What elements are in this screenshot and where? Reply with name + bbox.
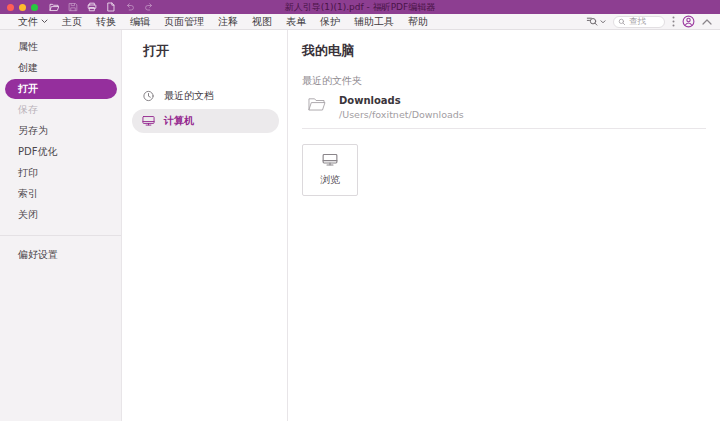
more-options-icon[interactable]	[672, 16, 675, 27]
recent-folder-downloads[interactable]: Downloads /Users/foxitnet/Downloads	[302, 94, 706, 129]
folder-name: Downloads	[339, 95, 464, 106]
folder-texts: Downloads /Users/foxitnet/Downloads	[339, 95, 464, 120]
find-replace-button[interactable]	[586, 16, 606, 28]
menu-home[interactable]: 主页	[62, 15, 82, 29]
my-computer-title: 我的电脑	[302, 42, 706, 60]
account-avatar-icon[interactable]	[682, 15, 695, 28]
menu-form[interactable]: 表单	[286, 15, 306, 29]
undo-icon[interactable]	[125, 2, 135, 12]
close-window-button[interactable]	[7, 4, 14, 11]
browse-button[interactable]: 浏览	[302, 144, 358, 196]
clock-icon	[142, 90, 155, 102]
menu-convert[interactable]: 转换	[96, 15, 116, 29]
find-replace-icon	[586, 16, 598, 28]
open-panel: 打开 最近的文档 计算机	[122, 30, 288, 421]
sidebar-item-properties[interactable]: 属性	[0, 36, 121, 57]
sidebar-item-pdf-optimize[interactable]: PDF优化	[0, 141, 121, 162]
sidebar-item-close[interactable]: 关闭	[0, 204, 121, 225]
computer-icon	[142, 115, 155, 127]
menu-edit[interactable]: 编辑	[130, 15, 150, 29]
menu-accessibility-tools[interactable]: 辅助工具	[354, 15, 394, 29]
menu-view[interactable]: 视图	[252, 15, 272, 29]
new-document-icon[interactable]	[106, 2, 116, 12]
redo-icon[interactable]	[144, 2, 154, 12]
menu-file-label: 文件	[18, 15, 38, 29]
traffic-lights	[7, 4, 38, 11]
sidebar-divider	[0, 235, 121, 236]
chevron-down-icon	[600, 20, 606, 24]
menu-bar: 文件 主页 转换 编辑 页面管理 注释 视图 表单 保护 辅助工具 帮助 查找	[0, 14, 720, 30]
recent-folders-label: 最近的文件夹	[302, 74, 706, 88]
folder-path: /Users/foxitnet/Downloads	[339, 109, 464, 120]
menu-page-organize[interactable]: 页面管理	[164, 15, 204, 29]
open-icon[interactable]	[49, 2, 59, 12]
minimize-window-button[interactable]	[19, 4, 26, 11]
chevron-down-icon	[41, 19, 48, 24]
browse-label: 浏览	[320, 173, 340, 187]
quick-access-toolbar	[49, 2, 154, 12]
title-bar: 新人引导(1)(1).pdf - 福昕PDF编辑器	[0, 0, 720, 14]
sidebar-item-index[interactable]: 索引	[0, 183, 121, 204]
menubar-right: 查找	[586, 15, 712, 28]
search-placeholder: 查找	[629, 17, 646, 26]
open-location-list: 最近的文档 计算机	[122, 84, 287, 133]
search-icon	[618, 18, 626, 26]
print-icon[interactable]	[87, 2, 97, 12]
sidebar-item-create[interactable]: 创建	[0, 57, 121, 78]
open-item-label: 最近的文档	[164, 89, 214, 103]
sidebar-item-print[interactable]: 打印	[0, 162, 121, 183]
sidebar-item-preferences[interactable]: 偏好设置	[0, 244, 121, 265]
folder-icon	[307, 96, 326, 112]
open-item-label: 计算机	[164, 114, 194, 128]
zoom-window-button[interactable]	[31, 4, 38, 11]
collapse-toolbar-icon[interactable]	[702, 19, 712, 25]
menu-comment[interactable]: 注释	[218, 15, 238, 29]
monitor-icon	[322, 153, 338, 167]
save-icon[interactable]	[68, 2, 78, 12]
open-item-computer[interactable]: 计算机	[132, 109, 279, 133]
menu-file[interactable]: 文件	[18, 15, 48, 29]
sidebar-item-save: 保存	[0, 99, 121, 120]
open-panel-title: 打开	[143, 42, 287, 60]
menu-help[interactable]: 帮助	[408, 15, 428, 29]
sidebar-item-open[interactable]: 打开	[5, 79, 117, 99]
menu-protect[interactable]: 保护	[320, 15, 340, 29]
menu-items: 文件 主页 转换 编辑 页面管理 注释 视图 表单 保护 辅助工具 帮助	[18, 15, 428, 29]
open-item-recent-documents[interactable]: 最近的文档	[132, 84, 279, 108]
my-computer-panel: 我的电脑 最近的文件夹 Downloads /Users/foxitnet/Do…	[288, 30, 720, 421]
sidebar-item-save-as[interactable]: 另存为	[0, 120, 121, 141]
search-input[interactable]: 查找	[613, 16, 665, 28]
file-sidebar: 属性 创建 打开 保存 另存为 PDF优化 打印 索引 关闭 偏好设置	[0, 30, 122, 421]
app-body: 属性 创建 打开 保存 另存为 PDF优化 打印 索引 关闭 偏好设置 打开 最…	[0, 30, 720, 421]
